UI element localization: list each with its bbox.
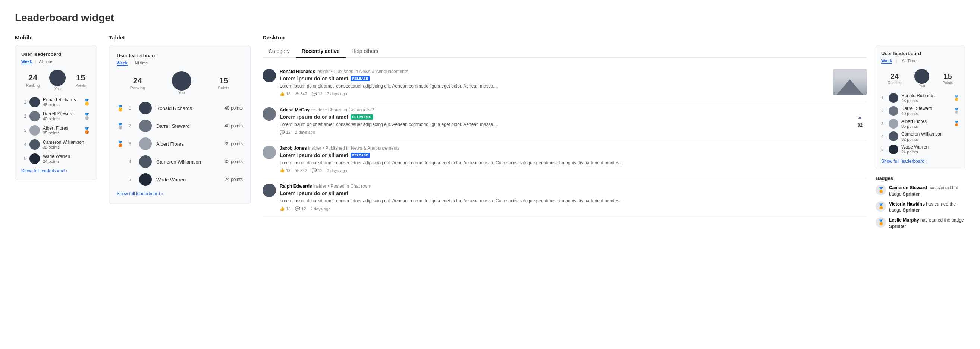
feed-time-4: 2 days ago	[311, 207, 331, 211]
feed-likes-2[interactable]: 💬 12	[280, 130, 291, 135]
mobile-widget-tabs: Week | All time	[21, 59, 91, 64]
feed-avatar-3	[262, 146, 276, 159]
user-pts-3: 35 points	[43, 131, 80, 135]
feed-body-4: Lorem ipsum dolor sit amet, consectetuer…	[280, 198, 867, 204]
feed-comments-4[interactable]: 💬 12	[295, 206, 306, 211]
avatar-5	[29, 154, 40, 164]
tablet-pts-1: 48 points	[224, 105, 243, 111]
rank-4: 4	[21, 142, 27, 147]
sidebar-user-1: Ronald Richards	[901, 93, 951, 98]
mobile-points: 15 Points	[75, 73, 86, 87]
mobile-points-num: 15	[75, 73, 86, 82]
desktop-sidebar-show-leaderboard[interactable]: Show full leaderboard ›	[881, 159, 959, 164]
tablet-you: You	[172, 71, 191, 95]
tablet-tab-week[interactable]: Week	[117, 61, 127, 66]
feed-content-2: Arlene McCoy insider • Shared in Got an …	[280, 107, 850, 135]
sidebar-avatar-1	[889, 93, 898, 103]
desktop-sidebar-ranking: 24 Ranking	[888, 72, 902, 85]
list-item: 3 Albert Flores 35 points 🥉	[21, 125, 91, 136]
mobile-widget-box: User leaderboard Week | All time 24 Rank…	[15, 45, 97, 180]
desktop-sidebar-you-label: You	[914, 84, 929, 88]
tablet-pts-5: 24 points	[224, 177, 243, 182]
list-item: 4 Cameron Williamson 32 points	[881, 132, 959, 141]
desktop-sidebar-tabs: Week | All Time	[881, 59, 959, 64]
desktop-sidebar-hero: 24 Ranking You 15 Points	[881, 69, 959, 88]
desktop-sidebar-you-avatar	[914, 69, 929, 84]
tablet-hero: 24 Ranking You 15 Points	[117, 71, 243, 95]
tablet-user-5: Wade Warren	[156, 177, 220, 182]
feed-title-3[interactable]: Lorem ipsum dolor sit amet RELEASE	[280, 152, 867, 158]
avatar-2	[29, 111, 40, 121]
feed-likes-1[interactable]: 👍 13	[280, 92, 291, 97]
content-badge-3: RELEASE	[350, 153, 370, 158]
desktop-sidebar-points-num: 15	[943, 72, 953, 81]
feed-comments-1[interactable]: 💬 12	[312, 92, 323, 97]
feed-title-4[interactable]: Lorem ipsum dolor sit amet	[280, 190, 867, 196]
tablet-ranking-num: 24	[130, 76, 145, 86]
badge-gold-t1: 🥇	[117, 105, 124, 112]
mobile-tab-alltime[interactable]: All time	[39, 59, 52, 64]
tab-recently-active[interactable]: Recently active	[296, 45, 346, 58]
badge-text-2: Victoria Hawkins has earned the badge Sp…	[889, 201, 965, 214]
tablet-show-leaderboard[interactable]: Show full leaderboard ›	[117, 191, 243, 196]
tab-category[interactable]: Category	[262, 45, 296, 58]
badge-icon-1: 🏅	[876, 185, 886, 195]
feed-likes-3[interactable]: 👍 13	[280, 168, 291, 173]
feed-avatar-2	[262, 107, 276, 121]
sidebar-pts-4: 32 points	[901, 137, 959, 141]
badge-bronze-3: 🥉	[83, 127, 91, 134]
desktop-sidebar-points-label: Points	[943, 81, 953, 85]
sidebar-avatar-2	[889, 106, 898, 116]
list-item: 4 Cameron Williamson 32 points	[21, 139, 91, 150]
mobile-section: Mobile User leaderboard Week | All time …	[15, 34, 97, 180]
desktop-sidebar-tab-alltime[interactable]: All Time	[902, 59, 916, 64]
badge-user-2: Victoria Hawkins	[889, 201, 925, 207]
feed-meta-4: Ralph Edwards insider • Posted in Chat r…	[280, 184, 867, 189]
tablet-avatar-5	[139, 173, 152, 186]
tablet-tab-alltime[interactable]: All time	[134, 61, 148, 66]
tablet-label: Tablet	[109, 34, 251, 41]
feed-meta-1: Ronald Richards insider • Published in N…	[280, 69, 829, 74]
rank-3: 3	[21, 128, 27, 133]
vote-up-icon-2[interactable]: ▲	[857, 114, 863, 121]
feed-title-1[interactable]: Lorem ipsum dolor sit amet RELEASE	[280, 76, 829, 82]
mobile-ranking-num: 24	[26, 73, 40, 82]
sidebar-user-2: Darrell Steward	[901, 106, 951, 111]
user-pts-4: 32 points	[43, 145, 91, 149]
mobile-tab-week[interactable]: Week	[21, 59, 32, 64]
tablet-widget-title: User leaderboard	[117, 53, 243, 59]
list-item: 1 Ronald Richards 48 points 🥇	[881, 93, 959, 103]
tablet-avatar-4	[139, 155, 152, 168]
mobile-ranking-label: Ranking	[26, 83, 40, 87]
desktop-label: Desktop	[262, 34, 965, 41]
badge-icon-2: 🏅	[876, 201, 886, 211]
tablet-avatar-2	[139, 119, 152, 132]
tab-help-others[interactable]: Help others	[346, 45, 385, 58]
vote-count-2: 32	[858, 122, 862, 128]
badge-user-3: Leslie Murphy	[889, 217, 919, 223]
feed-avatar-4	[262, 184, 276, 197]
desktop-sidebar-widget: User leaderboard Week | All Time 24 Rank…	[876, 45, 965, 170]
feed-title-2[interactable]: Lorem ipsum dolor sit amet DELIVERED	[280, 114, 850, 120]
sidebar-avatar-4	[889, 132, 898, 141]
feed-likes-4[interactable]: 👍 13	[280, 206, 291, 211]
badge-text-1: Cameron Steward has earned the badge Spr…	[889, 185, 965, 197]
feed-meta-2: Arlene McCoy insider • Shared in Got an …	[280, 107, 850, 113]
feed-body-1: Lorem ipsum dolor sit amet, consectetuer…	[280, 83, 829, 89]
badge-name-3: Sprinter	[889, 224, 906, 229]
user-pts-5: 24 points	[43, 159, 91, 163]
feed-avatar-1	[262, 69, 276, 82]
badge-item-2: 🏅 Victoria Hawkins has earned the badge …	[876, 201, 965, 214]
feed-comments-3[interactable]: 💬 12	[312, 168, 323, 173]
tablet-user-1: Ronald Richards	[156, 105, 220, 111]
tablet-widget-tabs: Week | All time	[117, 61, 243, 66]
tablet-widget-box: User leaderboard Week | All time 24 Rank…	[109, 45, 251, 204]
mobile-you-label: You	[49, 87, 66, 91]
sidebar-user-5: Wade Warren	[901, 144, 959, 150]
desktop-sidebar-tab-week[interactable]: Week	[881, 59, 892, 64]
list-item: 2 Darrell Steward 40 points 🥈	[21, 111, 91, 121]
sidebar-avatar-3	[889, 119, 898, 128]
mobile-show-leaderboard[interactable]: Show full leaderboard ›	[21, 168, 91, 174]
content-badge-1: RELEASE	[350, 76, 370, 81]
feed-body-3: Lorem ipsum dolor sit amet, consectetuer…	[280, 160, 867, 166]
